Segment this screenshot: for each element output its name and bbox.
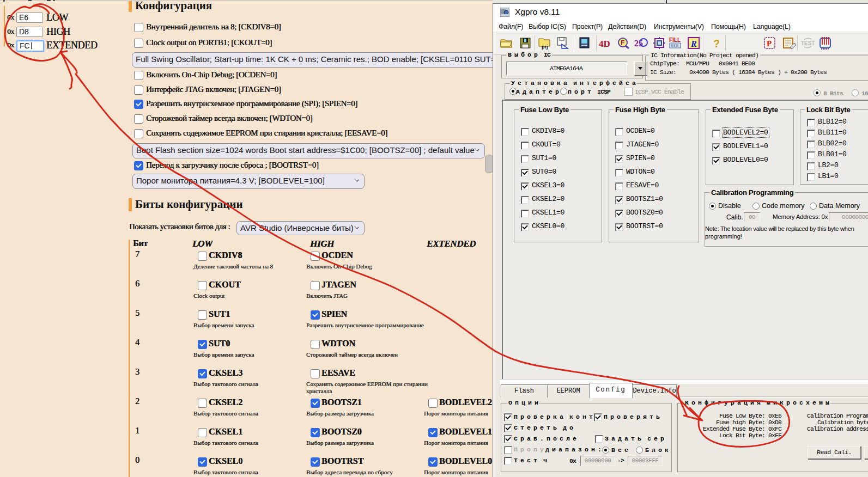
svg-text:TEST: TEST (801, 40, 815, 46)
svg-text:?: ? (713, 38, 720, 50)
svg-text:P: P (767, 39, 772, 48)
svg-text:R: R (690, 39, 697, 48)
svg-text:prj: prj (542, 44, 548, 50)
svg-text:FILL: FILL (669, 37, 681, 43)
svg-text:25: 25 (634, 39, 643, 48)
svg-text:F: F (621, 39, 624, 47)
svg-text:4D: 4D (599, 39, 610, 49)
